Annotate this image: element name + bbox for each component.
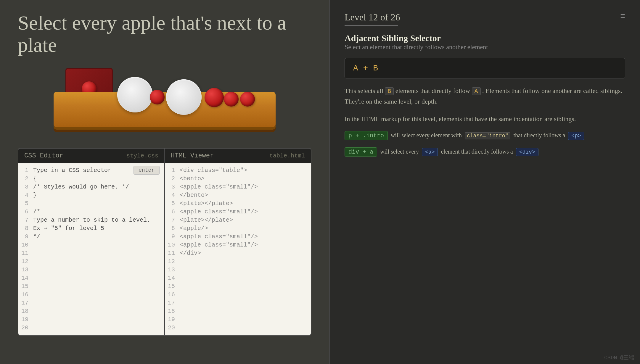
css-line: 19 bbox=[18, 315, 164, 324]
selector-info: Adjacent Sibling Selector Select an elem… bbox=[345, 33, 625, 51]
html-line: 6 <apple class="small"/> bbox=[165, 208, 311, 216]
example1-code: p + .intro bbox=[345, 131, 388, 140]
description-paragraph-2: In the HTML markup for this level, eleme… bbox=[345, 114, 625, 124]
html-line: 12 bbox=[165, 257, 311, 266]
css-line: 12 bbox=[18, 257, 164, 266]
syntax-text: A + B bbox=[353, 64, 378, 73]
example1-class: class="intro" bbox=[465, 132, 510, 139]
table-scene bbox=[54, 71, 276, 136]
css-editor-panel: CSS Editor style.css enter 1Type in a CS… bbox=[18, 149, 164, 335]
example2-desc2: element that directly follows a bbox=[441, 148, 513, 155]
example2-desc1: will select every bbox=[380, 148, 419, 155]
html-line: 11</div> bbox=[165, 249, 311, 257]
css-line: 10 bbox=[18, 241, 164, 249]
css-line: 3 /* Styles would go here. */ bbox=[18, 183, 164, 191]
css-line: 13 bbox=[18, 266, 164, 274]
css-line: 9 */ bbox=[18, 233, 164, 241]
css-line: 16 bbox=[18, 291, 164, 299]
right-panel: Level 12 of 26 ≡ Adjacent Sibling Select… bbox=[329, 0, 640, 364]
html-viewer-header: HTML Viewer table.html bbox=[165, 149, 311, 163]
html-line: 14 bbox=[165, 274, 311, 282]
html-line: 1<div class="table"> bbox=[165, 166, 311, 175]
html-line: 9 <apple class="small"/> bbox=[165, 233, 311, 241]
css-line: 8 Ex → "5" for level 5 bbox=[18, 224, 164, 233]
css-line: 4} bbox=[18, 191, 164, 199]
html-line: 15 bbox=[165, 282, 311, 291]
example2-div: <div> bbox=[516, 148, 538, 156]
css-line: 17 bbox=[18, 299, 164, 307]
css-line: 11 bbox=[18, 249, 164, 257]
css-editor-label: CSS Editor bbox=[24, 152, 63, 160]
left-panel: Select every apple that's next to a plat… bbox=[0, 0, 329, 364]
css-lines: 1Type in a CSS selector2{3 /* Styles wou… bbox=[18, 166, 164, 332]
html-line: 5 <plate></plate> bbox=[165, 199, 311, 208]
a-code: A bbox=[472, 87, 481, 95]
css-line: 15 bbox=[18, 282, 164, 291]
html-viewer-panel: HTML Viewer table.html 1<div class="tabl… bbox=[165, 149, 311, 335]
css-editor-filename: style.css bbox=[126, 152, 158, 159]
html-line: 8 <apple/> bbox=[165, 224, 311, 233]
b-code: B bbox=[385, 87, 394, 95]
html-line: 20 bbox=[165, 324, 311, 332]
plate-1 bbox=[117, 77, 153, 112]
html-line: 13 bbox=[165, 266, 311, 274]
selector-title: Adjacent Sibling Selector bbox=[345, 33, 625, 43]
html-viewer-filename: table.html bbox=[269, 152, 305, 159]
example1-p: <p> bbox=[568, 132, 584, 140]
enter-button[interactable]: enter bbox=[134, 166, 160, 175]
css-line: 5 bbox=[18, 199, 164, 208]
html-line: 17 bbox=[165, 299, 311, 307]
html-line: 18 bbox=[165, 307, 311, 315]
level-title-block: Level 12 of 26 bbox=[345, 12, 400, 26]
editors-container: CSS Editor style.css enter 1Type in a CS… bbox=[18, 148, 311, 336]
html-viewer-label: HTML Viewer bbox=[171, 152, 214, 160]
html-line: 19 bbox=[165, 315, 311, 324]
level-underline bbox=[345, 25, 398, 26]
css-line: 6 /* bbox=[18, 208, 164, 216]
css-line: 18 bbox=[18, 307, 164, 315]
watermark: CSDN @三端 bbox=[604, 354, 634, 361]
html-lines: 1<div class="table">2 <bento>3 <apple cl… bbox=[165, 166, 311, 332]
example2-a: <a> bbox=[422, 148, 438, 156]
example-2-block: div + a will select every <a> element th… bbox=[345, 147, 625, 157]
example1-desc1: will select every element with bbox=[391, 132, 462, 139]
html-line: 7 <plate></plate> bbox=[165, 216, 311, 224]
css-line: 2{ bbox=[18, 175, 164, 183]
page-title: Select every apple that's next to a plat… bbox=[18, 12, 311, 56]
example-2-row: div + a will select every <a> element th… bbox=[345, 147, 625, 157]
plate-2 bbox=[166, 79, 202, 115]
level-title: Level 12 of 26 bbox=[345, 12, 400, 23]
apple-after-plate2 bbox=[205, 88, 224, 107]
apple-3 bbox=[224, 92, 239, 107]
example-1-row: p + .intro will select every element wit… bbox=[345, 131, 625, 140]
css-editor-header: CSS Editor style.css bbox=[18, 149, 164, 163]
selector-subtitle: Select an element that directly follows … bbox=[345, 43, 625, 51]
example1-desc2: that directly follows a bbox=[513, 132, 565, 139]
html-line: 16 bbox=[165, 291, 311, 299]
description-paragraph-1: This selects all B elements that directl… bbox=[345, 86, 625, 107]
html-line: 3 <apple class="small"/> bbox=[165, 183, 311, 191]
example2-code: div + a bbox=[345, 147, 377, 157]
html-line: 10 <apple class="small"/> bbox=[165, 241, 311, 249]
html-line: 4 </bento> bbox=[165, 191, 311, 199]
html-line: 2 <bento> bbox=[165, 175, 311, 183]
hamburger-icon[interactable]: ≡ bbox=[620, 12, 625, 21]
css-line: 20 bbox=[18, 324, 164, 332]
level-header: Level 12 of 26 ≡ bbox=[345, 12, 625, 26]
example-1-block: p + .intro will select every element wit… bbox=[345, 131, 625, 140]
scene-container bbox=[18, 65, 311, 139]
apple-after-plate1 bbox=[150, 90, 165, 104]
css-line: 7 Type a number to skip to a level. bbox=[18, 216, 164, 224]
apple-4 bbox=[240, 92, 255, 107]
css-line: 14 bbox=[18, 274, 164, 282]
html-viewer-body: 1<div class="table">2 <bento>3 <apple cl… bbox=[165, 163, 311, 335]
syntax-box: A + B bbox=[345, 58, 625, 78]
css-editor-body[interactable]: enter 1Type in a CSS selector2{3 /* Styl… bbox=[18, 163, 164, 335]
